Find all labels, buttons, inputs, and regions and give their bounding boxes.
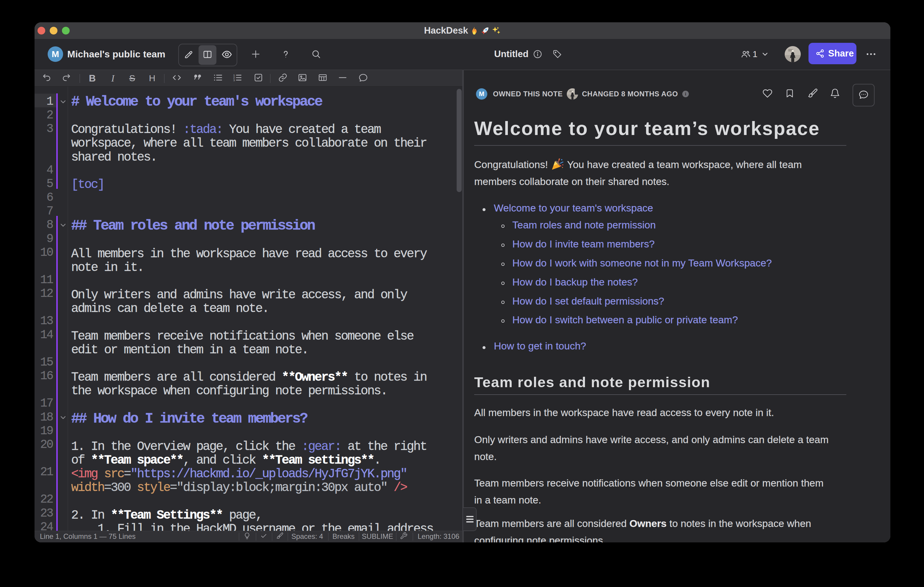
svg-text:3: 3 (233, 79, 235, 82)
